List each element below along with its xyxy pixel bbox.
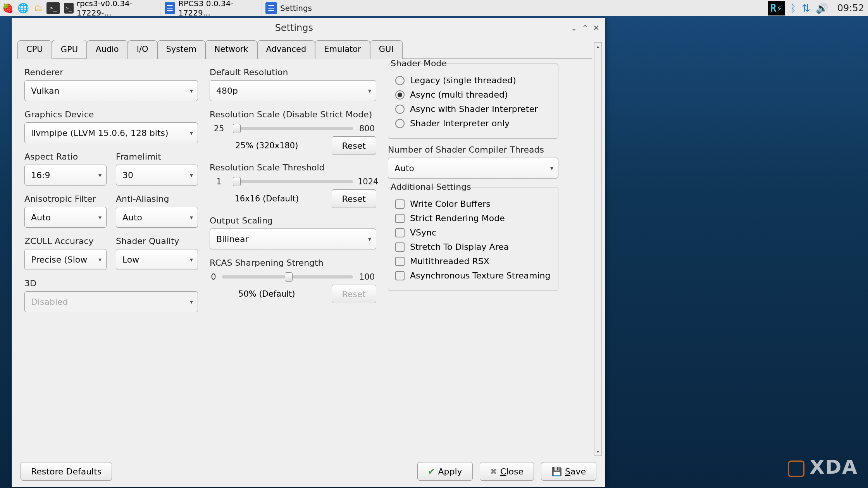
tab-gui[interactable]: GUI [370,40,403,59]
shader-threads-select[interactable]: Auto▾ [388,158,558,179]
chevron-down-icon: ▾ [98,172,102,179]
tab-i/o[interactable]: I/O [128,40,157,59]
tray-app-icon[interactable]: R⚡ [768,1,785,15]
anisotropic-filter-select[interactable]: Auto▾ [24,207,107,228]
default-resolution-label: Default Resolution [210,67,376,77]
checkbox-icon [395,214,405,223]
anti-aliasing-select[interactable]: Auto▾ [116,207,198,228]
resolution-threshold-reset-button[interactable]: Reset [332,189,376,208]
settings-titlebar[interactable]: Settings ⌄ ⌃ ✕ [12,18,605,38]
taskbar-clock[interactable]: 09:52 [834,3,868,14]
watermark-icon: ▢ [786,454,807,479]
restore-defaults-button[interactable]: Restore Defaults [21,462,112,481]
renderer-select[interactable]: Vulkan▾ [24,80,198,101]
resolution-threshold-min: 1 [210,177,228,186]
tab-emulator[interactable]: Emulator [315,40,370,59]
taskbar-app-settings[interactable]: ☰ Settings [261,0,316,16]
resolution-scale-caption: 25% (320x180) [210,141,324,150]
chevron-down-icon: ▾ [368,235,371,243]
chevron-down-icon: ▾ [98,256,102,263]
radio-icon [395,76,405,85]
checkbox-icon [395,199,405,209]
chevron-down-icon: ▾ [190,87,193,95]
threed-label: 3D [24,278,198,288]
close-button[interactable]: ✖Close [480,462,534,481]
additional-settings-group: Additional Settings Write Color BuffersS… [388,187,558,291]
shader-mode-option[interactable]: Legacy (single threaded) [395,76,551,85]
file-manager-icon[interactable]: 🗂 [31,0,46,16]
resolution-scale-reset-button[interactable]: Reset [332,136,376,155]
minimize-button[interactable]: ⌄ [571,23,577,33]
additional-setting-checkbox[interactable]: Stretch To Display Area [395,242,551,252]
taskbar-app-label: rpcs3-v0.0.34-17229-... [77,0,157,17]
additional-setting-checkbox[interactable]: Multithreaded RSX [395,256,551,266]
aspect-ratio-select[interactable]: 16:9▾ [24,165,107,186]
taskbar-app-rpcs3[interactable]: ☰ RPCS3 0.0.34-17229... [160,0,261,16]
radio-icon [395,90,405,100]
scroll-up-icon[interactable]: ▴ [594,43,601,50]
taskbar-app-label: RPCS3 0.0.34-17229... [178,0,257,17]
additional-setting-checkbox[interactable]: Strict Rendering Mode [395,213,551,223]
shader-mode-option[interactable]: Shader Interpreter only [395,119,551,128]
shader-mode-label: Shader Mode [388,58,449,68]
additional-setting-checkbox[interactable]: Write Color Buffers [395,199,551,209]
raspberry-menu-icon[interactable]: 🍓 [0,0,16,16]
tab-network[interactable]: Network [205,40,257,59]
resolution-threshold-slider[interactable] [233,180,353,183]
chevron-down-icon: ▾ [368,87,371,95]
web-browser-icon[interactable]: 🌐 [16,0,31,16]
resolution-scale-slider[interactable] [233,127,353,130]
close-button[interactable]: ✕ [593,23,599,33]
rcas-max: 100 [358,272,376,282]
framelimit-select[interactable]: 30▾ [116,165,198,186]
watermark: ▢ XDA [786,454,858,479]
settings-window: Settings ⌄ ⌃ ✕ CPUGPUAudioI/OSystemNetwo… [12,18,605,487]
tab-advanced[interactable]: Advanced [257,40,315,59]
graphics-device-select[interactable]: llvmpipe (LLVM 15.0.6, 128 bits)▾ [24,122,198,143]
radio-icon [395,119,405,128]
network-icon[interactable]: ⇅ [802,2,810,14]
shader-mode-option[interactable]: Async with Shader Interpreter [395,104,551,114]
tab-system[interactable]: System [157,40,205,59]
rcas-reset-button: Reset [332,285,376,303]
bluetooth-icon[interactable]: ᛒ [790,2,796,14]
scroll-down-icon[interactable]: ▾ [594,448,601,455]
shader-threads-label: Number of Shader Compiler Threads [388,145,558,155]
chevron-down-icon: ▾ [190,129,193,137]
anti-aliasing-label: Anti-Aliasing [116,194,198,204]
terminal-icon[interactable]: >_ [46,2,60,14]
chevron-down-icon: ▾ [190,214,193,221]
checkbox-icon [395,271,405,280]
chevron-down-icon: ▾ [550,165,553,172]
additional-setting-checkbox[interactable]: Asynchronous Texture Streaming [395,271,551,280]
threed-select: Disabled▾ [24,291,198,312]
additional-setting-checkbox[interactable]: VSync [395,228,551,237]
chevron-down-icon: ▾ [190,298,193,306]
rcas-caption: 50% (Default) [210,289,324,299]
apply-button[interactable]: ✔Apply [417,462,473,481]
shader-quality-select[interactable]: Low▾ [116,249,198,270]
zcull-accuracy-label: ZCULL Accuracy [24,236,107,246]
tab-gpu[interactable]: GPU [52,40,87,58]
aspect-ratio-label: Aspect Ratio [24,152,107,162]
checkbox-icon [395,228,405,237]
tab-audio[interactable]: Audio [87,40,128,59]
anisotropic-filter-label: Anisotropic Filter [24,194,107,204]
taskbar-app-label: Settings [280,3,312,13]
taskbar-app-terminal2[interactable]: >_ rpcs3-v0.0.34-17229-... [60,0,160,16]
settings-footer: Restore Defaults ✔Apply ✖Close 💾Save [21,462,596,481]
save-icon: 💾 [551,467,562,476]
default-resolution-select[interactable]: 480p▾ [210,80,376,101]
window-title: Settings [17,22,571,33]
tab-cpu[interactable]: CPU [17,40,52,59]
output-scaling-select[interactable]: Bilinear▾ [210,229,376,249]
zcull-accuracy-select[interactable]: Precise (Slow▾ [24,249,107,270]
rcas-slider[interactable] [222,275,353,278]
shader-mode-option[interactable]: Async (multi threaded) [395,90,551,100]
maximize-button[interactable]: ⌃ [582,23,588,33]
settings-scrollbar[interactable]: ▴ ▾ [594,42,602,456]
chevron-down-icon: ▾ [190,256,193,263]
volume-icon[interactable]: 🔊 [816,2,828,14]
save-button[interactable]: 💾Save [541,462,596,481]
resolution-scale-label: Resolution Scale (Disable Strict Mode) [210,110,376,119]
